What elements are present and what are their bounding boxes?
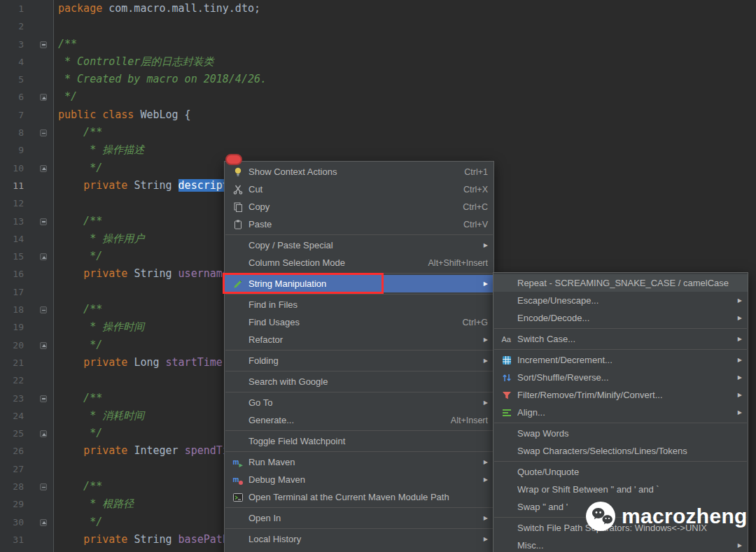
gutter-cell: 7 [0, 106, 54, 124]
ide-editor-screen: 1package com.macro.mall.tiny.dto;23/**4 … [0, 0, 756, 552]
line-number: 24 [0, 407, 24, 425]
line-number: 4 [0, 53, 24, 71]
menu-item-folding[interactable]: Folding▶ [225, 352, 493, 369]
code-text: private String username [54, 265, 229, 283]
menu-shortcut: Ctrl+C [463, 202, 488, 212]
menu-item-copy-paste-special[interactable]: Copy / Paste Special▶ [225, 236, 493, 254]
menu-item-show-context-actions[interactable]: Show Context ActionsCtrl+1 [225, 163, 493, 181]
gutter-cell: 16 [0, 265, 54, 283]
code-line[interactable]: 8 /** [0, 124, 756, 141]
code-text: */ [54, 160, 102, 177]
code-text: * 操作时间 [54, 318, 144, 336]
fold-marker-icon[interactable] [40, 306, 47, 313]
menu-item-encode-decode[interactable]: Encode/Decode...▶ [493, 309, 748, 327]
code-text: private Long startTime [54, 354, 223, 371]
menu-separator [225, 507, 493, 508]
menu-item-find-in-files[interactable]: Find in Files [225, 296, 493, 313]
code-text: private String description [54, 177, 248, 194]
code-line[interactable]: 5 * Created by macro on 2018/4/26. [0, 71, 756, 88]
menu-separator [225, 451, 493, 452]
menu-item-misc[interactable]: Misc...▶ [493, 537, 748, 552]
menu-item-run-maven[interactable]: mRun Maven▶ [225, 453, 493, 471]
code-text: /** [54, 478, 102, 495]
menu-item-open-in[interactable]: Open In▶ [225, 509, 493, 527]
code-line[interactable]: 9 * 操作描述 [0, 141, 756, 159]
fold-marker-icon[interactable] [40, 253, 47, 260]
line-number: 31 [0, 531, 24, 549]
annotation-marker [225, 154, 242, 165]
line-number: 27 [0, 460, 24, 478]
gutter-cell: 15 [0, 248, 54, 265]
menu-item-escape-unescape[interactable]: Escape/Unescape...▶ [493, 292, 748, 309]
menu-shortcut: Alt+Insert [451, 416, 488, 425]
submenu-arrow-icon: ▶ [736, 297, 742, 304]
fold-marker-icon[interactable] [40, 218, 47, 225]
menu-separator [225, 234, 493, 235]
fold-marker-icon[interactable] [40, 41, 47, 48]
gutter-cell: 18 [0, 301, 54, 318]
menu-item-swap-characters-selections-lines-tokens[interactable]: Swap Characters/Selections/Lines/Tokens [493, 442, 748, 460]
menu-item-refactor[interactable]: Refactor▶ [225, 331, 493, 348]
fold-marker-icon[interactable] [40, 94, 47, 101]
menu-item-debug-maven[interactable]: mDebug Maven▶ [225, 471, 493, 488]
menu-item-copy[interactable]: CopyCtrl+C [225, 198, 493, 215]
string-manipulation-icon [230, 278, 246, 290]
code-line[interactable]: 3/** [0, 36, 756, 53]
empty-icon-slot [230, 257, 246, 269]
menu-item-cut[interactable]: CutCtrl+X [225, 181, 493, 198]
menu-separator [225, 430, 493, 431]
menu-item-column-selection-mode[interactable]: Column Selection ModeAlt+Shift+Insert [225, 254, 493, 271]
menu-item-git[interactable]: Git▶ [225, 548, 493, 552]
line-number: 8 [0, 124, 24, 141]
code-text: /** [54, 213, 102, 230]
menu-shortcut: Alt+Shift+Insert [428, 258, 488, 268]
menu-item-string-manipulation[interactable]: String Manipulation▶ [225, 275, 493, 292]
menu-item-paste[interactable]: PasteCtrl+V [225, 215, 493, 233]
code-line[interactable]: 2 [0, 17, 756, 35]
menu-item-filter-remove-trim-minify-convert[interactable]: Filter/Remove/Trim/Minify/Convert...▶ [493, 386, 748, 404]
menu-item-sort-shuffle-reverse[interactable]: Sort/Shuffle/Reverse...▶ [493, 369, 748, 386]
code-line[interactable]: 1package com.macro.mall.tiny.dto; [0, 0, 756, 17]
fold-marker-icon[interactable] [40, 483, 47, 490]
fold-marker-icon[interactable] [40, 519, 47, 526]
menu-shortcut: Ctrl+1 [464, 167, 488, 177]
fold-marker-icon[interactable] [40, 165, 47, 172]
gutter-cell: 24 [0, 407, 54, 425]
menu-item-search-with-google[interactable]: Search with Google [225, 373, 493, 390]
line-number: 29 [0, 495, 24, 513]
gutter-cell: 25 [0, 425, 54, 442]
empty-icon-slot [230, 513, 246, 524]
fold-marker-icon[interactable] [40, 342, 47, 349]
menu-item-find-usages[interactable]: Find UsagesCtrl+G [225, 313, 493, 331]
svg-text:m: m [233, 476, 239, 483]
menu-item-open-terminal-at-the-current-maven-module-path[interactable]: Open Terminal at the Current Maven Modul… [225, 488, 493, 506]
sort-icon [499, 372, 514, 383]
menu-item-align[interactable]: Align...▶ [493, 404, 748, 421]
menu-item-wrap-or-shift-between-and-and[interactable]: Wrap or Shift Between " and ' and ` [493, 481, 748, 498]
code-text: */ [54, 337, 102, 354]
code-line[interactable]: 4 * Controller层的日志封装类 [0, 53, 756, 71]
menu-item-go-to[interactable]: Go To▶ [225, 394, 493, 411]
fold-marker-icon[interactable] [40, 129, 47, 136]
menu-item-switch-case[interactable]: AaSwitch Case...▶ [493, 330, 748, 348]
fold-marker-icon[interactable] [40, 395, 47, 402]
line-number: 10 [0, 160, 24, 177]
menu-item-repeat-screaming-snake-case-camelcase[interactable]: Repeat - SCREAMING_SNAKE_CASE / camelCas… [493, 274, 748, 292]
menu-item-local-history[interactable]: Local History▶ [225, 530, 493, 548]
menu-item-generate[interactable]: Generate...Alt+Insert [225, 411, 493, 429]
code-line[interactable]: 6 */ [0, 88, 756, 106]
line-number: 20 [0, 337, 24, 354]
menu-shortcut: Ctrl+X [463, 185, 488, 194]
paste-icon [230, 219, 246, 230]
fold-marker-icon[interactable] [40, 430, 47, 437]
menu-item-swap-words[interactable]: Swap Words [493, 425, 748, 442]
menu-item-increment-decrement[interactable]: Increment/Decrement...▶ [493, 351, 748, 369]
code-line[interactable]: 7public class WebLog { [0, 106, 756, 124]
wechat-icon [585, 501, 616, 532]
menu-item-quote-unquote[interactable]: Quote/Unquote [493, 463, 748, 481]
menu-item-toggle-field-watchpoint[interactable]: Toggle Field Watchpoint [225, 432, 493, 450]
menu-separator [494, 349, 747, 350]
code-text [54, 460, 58, 478]
submenu-arrow-icon: ▶ [482, 337, 488, 343]
submenu-arrow-icon: ▶ [482, 358, 488, 364]
